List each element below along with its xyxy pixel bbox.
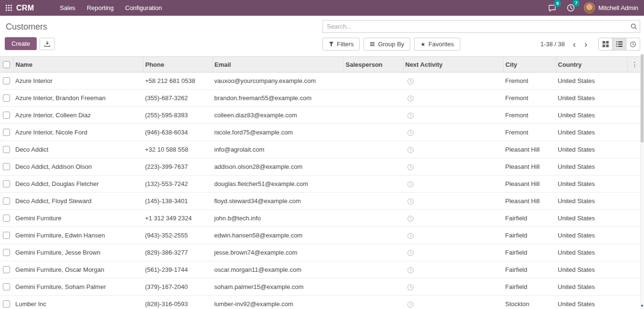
- pager-next-button[interactable]: ›: [580, 40, 592, 49]
- cell-name[interactable]: Gemini Furniture, Oscar Morgan: [13, 261, 143, 278]
- activity-clock-icon[interactable]: [407, 95, 414, 102]
- cell-email[interactable]: colleen.diaz83@example.com: [212, 107, 343, 124]
- column-options-icon[interactable]: ⋮: [630, 60, 640, 69]
- cell-next-activity[interactable]: [403, 227, 503, 244]
- cell-next-activity[interactable]: [403, 107, 503, 124]
- cell-phone[interactable]: (379)-167-2040: [143, 278, 212, 296]
- cell-city[interactable]: Fairfield: [503, 261, 556, 278]
- column-header-next-activity[interactable]: Next Activity: [403, 57, 503, 72]
- row-checkbox[interactable]: [3, 249, 10, 256]
- cell-phone[interactable]: (223)-399-7637: [143, 158, 212, 175]
- pager-previous-button[interactable]: ‹: [569, 40, 580, 49]
- search-icon[interactable]: [630, 23, 637, 30]
- cell-salesperson[interactable]: [343, 175, 403, 193]
- activity-clock-icon[interactable]: [407, 181, 414, 188]
- cell-phone[interactable]: (255)-595-8393: [143, 107, 212, 124]
- row-checkbox[interactable]: [3, 163, 10, 170]
- cell-email[interactable]: soham.palmer15@example.com: [212, 278, 343, 296]
- activity-clock-icon[interactable]: [407, 112, 414, 119]
- row-checkbox[interactable]: [3, 77, 10, 84]
- column-header-city[interactable]: City: [503, 57, 556, 72]
- scrollbar-down-arrow[interactable]: ▼: [640, 303, 644, 309]
- activity-clock-icon[interactable]: [407, 232, 414, 239]
- cell-next-activity[interactable]: [403, 261, 503, 278]
- app-name[interactable]: CRM: [16, 4, 34, 12]
- activity-clock-icon[interactable]: [407, 249, 414, 257]
- cell-next-activity[interactable]: [403, 278, 503, 296]
- cell-name[interactable]: Azure Interior, Brandon Freeman: [13, 90, 143, 107]
- messages-button[interactable]: 5: [543, 2, 561, 14]
- cell-phone[interactable]: (355)-687-3262: [143, 90, 212, 107]
- view-activity-button[interactable]: [626, 38, 640, 51]
- group-by-button[interactable]: Group By: [364, 38, 410, 51]
- cell-email[interactable]: nicole.ford75@example.com: [212, 124, 343, 141]
- activity-clock-icon[interactable]: [407, 146, 414, 154]
- cell-city[interactable]: Fremont: [503, 124, 556, 141]
- table-row[interactable]: Azure Interior+58 212 681 0538vauxoo@you…: [0, 72, 640, 90]
- cell-salesperson[interactable]: [343, 90, 403, 107]
- favorites-button[interactable]: ★ Favorites: [414, 38, 460, 51]
- row-checkbox[interactable]: [3, 112, 10, 119]
- cell-phone[interactable]: +32 10 588 558: [143, 141, 212, 158]
- table-row[interactable]: Deco Addict+32 10 588 558info@agrolait.c…: [0, 141, 640, 158]
- view-list-button[interactable]: [612, 38, 626, 51]
- scrollbar-thumb[interactable]: [641, 54, 644, 143]
- column-header-salesperson[interactable]: Salesperson: [343, 57, 403, 72]
- cell-email[interactable]: jesse.brown74@example.com: [212, 244, 343, 261]
- cell-salesperson[interactable]: [343, 244, 403, 261]
- cell-name[interactable]: Azure Interior: [13, 72, 143, 90]
- cell-next-activity[interactable]: [403, 210, 503, 227]
- cell-name[interactable]: Deco Addict, Douglas Fletcher: [13, 175, 143, 193]
- cell-city[interactable]: Pleasant Hill: [503, 158, 556, 175]
- row-checkbox[interactable]: [3, 232, 10, 239]
- cell-city[interactable]: Fremont: [503, 90, 556, 107]
- cell-phone[interactable]: +58 212 681 0538: [143, 72, 212, 90]
- menu-sales[interactable]: Sales: [54, 0, 81, 16]
- table-row[interactable]: Gemini Furniture, Oscar Morgan(561)-239-…: [0, 261, 640, 278]
- cell-city[interactable]: Fremont: [503, 72, 556, 90]
- cell-next-activity[interactable]: [403, 72, 503, 90]
- row-checkbox[interactable]: [3, 94, 10, 102]
- cell-country[interactable]: United States: [556, 210, 627, 227]
- cell-phone[interactable]: (946)-638-6034: [143, 124, 212, 141]
- table-row[interactable]: Deco Addict, Douglas Fletcher(132)-553-7…: [0, 175, 640, 193]
- column-header-email[interactable]: Email: [212, 57, 343, 72]
- column-header-country[interactable]: Country: [556, 57, 627, 72]
- cell-name[interactable]: Gemini Furniture, Edwin Hansen: [13, 227, 143, 244]
- search-input[interactable]: [322, 20, 640, 33]
- view-kanban-button[interactable]: [598, 38, 613, 51]
- cell-name[interactable]: Deco Addict, Floyd Steward: [13, 193, 143, 210]
- activity-clock-icon[interactable]: [407, 301, 414, 308]
- cell-city[interactable]: Stockton: [503, 296, 556, 309]
- column-header-name[interactable]: Name: [13, 57, 143, 72]
- activity-clock-icon[interactable]: [407, 284, 414, 291]
- vertical-scrollbar[interactable]: ▼: [640, 53, 644, 309]
- cell-salesperson[interactable]: [343, 141, 403, 158]
- cell-next-activity[interactable]: [403, 244, 503, 261]
- cell-name[interactable]: Gemini Furniture: [13, 210, 143, 227]
- cell-phone[interactable]: +1 312 349 2324: [143, 210, 212, 227]
- cell-salesperson[interactable]: [343, 227, 403, 244]
- cell-city[interactable]: Fairfield: [503, 278, 556, 296]
- cell-salesperson[interactable]: [343, 193, 403, 210]
- cell-email[interactable]: oscar.morgan11@example.com: [212, 261, 343, 278]
- table-row[interactable]: Gemini Furniture, Jesse Brown(829)-386-3…: [0, 244, 640, 261]
- activity-clock-icon[interactable]: [407, 267, 414, 274]
- cell-salesperson[interactable]: [343, 158, 403, 175]
- row-checkbox[interactable]: [3, 129, 10, 136]
- cell-phone[interactable]: (828)-316-0593: [143, 296, 212, 309]
- table-row[interactable]: Gemini Furniture, Edwin Hansen(943)-352-…: [0, 227, 640, 244]
- cell-phone[interactable]: (829)-386-3277: [143, 244, 212, 261]
- cell-salesperson[interactable]: [343, 72, 403, 90]
- export-button[interactable]: [40, 38, 55, 50]
- row-checkbox[interactable]: [3, 215, 10, 222]
- cell-city[interactable]: Fairfield: [503, 244, 556, 261]
- cell-next-activity[interactable]: [403, 175, 503, 193]
- cell-country[interactable]: United States: [556, 72, 627, 90]
- cell-city[interactable]: Fairfield: [503, 210, 556, 227]
- cell-next-activity[interactable]: [403, 296, 503, 309]
- row-checkbox[interactable]: [3, 300, 10, 308]
- table-row[interactable]: Lumber Inc(828)-316-0593lumber-inv92@exa…: [0, 296, 640, 309]
- cell-name[interactable]: Deco Addict, Addison Olson: [13, 158, 143, 175]
- cell-salesperson[interactable]: [343, 278, 403, 296]
